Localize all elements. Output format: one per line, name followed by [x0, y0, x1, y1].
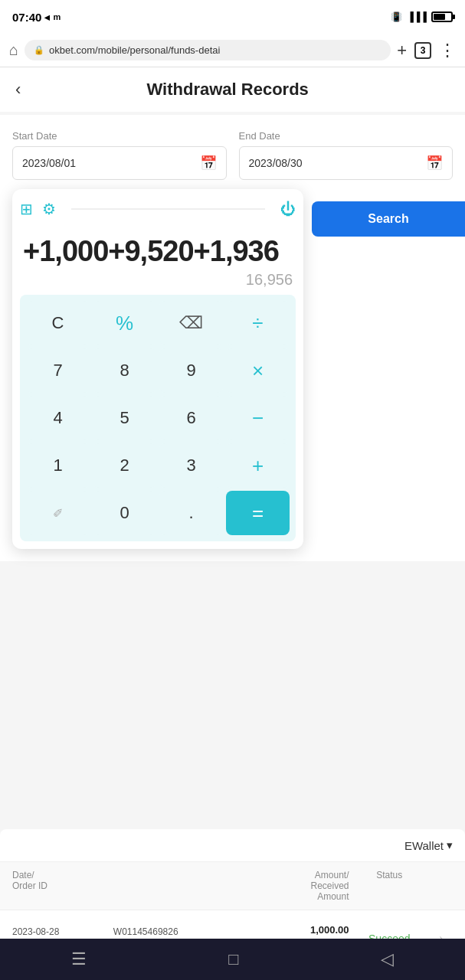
calc-minus-btn[interactable]: −	[226, 396, 290, 440]
time-text: 07:40	[12, 11, 41, 24]
calc-7-btn[interactable]: 7	[26, 348, 90, 393]
calc-buttons: C % ⌫ ÷ 7 8 9 × 4 5 6 − 1 2 3 + ✐	[20, 295, 296, 541]
calculator-overlay: ⊞ ⚙ ⏻ +1,000+9,520+1,936 16,956 C % ⌫ ÷ …	[12, 189, 453, 549]
calc-keyboard-btn[interactable]: ✐	[26, 491, 90, 535]
settings-icon[interactable]: ⚙	[42, 200, 56, 218]
calc-dot-btn[interactable]: .	[159, 491, 223, 535]
status-time: 07:40 ◂ m	[12, 11, 61, 24]
add-tab-icon[interactable]: +	[397, 41, 407, 60]
calc-expression: +1,000+9,520+1,936	[20, 227, 296, 271]
network-text: m	[53, 12, 61, 21]
end-date-value: 2023/08/30	[249, 157, 303, 169]
calc-multiply-btn[interactable]: ×	[226, 348, 290, 393]
end-date-input[interactable]: 2023/08/30 📅	[239, 146, 454, 180]
tab-count[interactable]: 3	[414, 42, 431, 59]
battery-icon	[431, 11, 453, 22]
calc-backspace-btn[interactable]: ⌫	[159, 301, 223, 345]
calc-clear-btn[interactable]: C	[26, 301, 90, 345]
calc-3-btn[interactable]: 3	[159, 443, 223, 488]
page-header: ‹ Withdrawal Records	[0, 67, 465, 112]
power-icon[interactable]: ⏻	[280, 201, 296, 218]
browser-bar: ⌂ 🔒 okbet.com/mobile/personal/funds-deta…	[0, 34, 465, 67]
calc-toolbar: ⊞ ⚙ ⏻	[20, 197, 296, 221]
start-date-value: 2023/08/01	[22, 157, 76, 169]
calc-5-btn[interactable]: 5	[93, 396, 156, 440]
back-button[interactable]: ‹	[15, 80, 21, 100]
calc-result: 16,956	[20, 271, 296, 295]
page-title: Withdrawal Records	[28, 80, 427, 100]
start-date-input[interactable]: 2023/08/01 📅	[12, 146, 227, 180]
col-date-header: Date/Order ID	[12, 870, 113, 902]
signal-bars-icon: ▐▐▐	[407, 11, 427, 22]
bottom-nav: ☰ □ ◁	[0, 939, 465, 980]
col-amount-header: Amount/ReceivedAmount	[248, 870, 349, 902]
lock-icon: 🔒	[34, 45, 44, 55]
menu-icon[interactable]: ☰	[71, 949, 87, 969]
ewallet-label: EWallet	[404, 839, 444, 852]
calc-6-btn[interactable]: 6	[159, 396, 223, 440]
calc-plus-btn[interactable]: +	[226, 443, 290, 488]
browser-actions: + 3 ⋮	[397, 41, 456, 60]
start-calendar-icon: 📅	[200, 155, 217, 172]
signal-icon: ◂	[44, 11, 50, 23]
calc-4-btn[interactable]: 4	[26, 396, 90, 440]
col-orderid-header	[113, 870, 248, 902]
back-nav-icon[interactable]: ◁	[381, 949, 394, 969]
calc-2-btn[interactable]: 2	[93, 443, 156, 488]
start-date-label: Start Date	[12, 130, 227, 142]
end-date-label: End Date	[239, 130, 454, 142]
ewallet-filter-bar: EWallet ▾	[0, 829, 465, 862]
calc-1-btn[interactable]: 1	[26, 443, 90, 488]
home-nav-icon[interactable]: □	[228, 949, 238, 969]
search-button[interactable]: Search	[312, 201, 465, 237]
toolbar-separator	[71, 208, 265, 210]
status-right-icons: 📳 ▐▐▐	[391, 11, 453, 22]
filter-section: Start Date 2023/08/01 📅 End Date 2023/08…	[0, 115, 465, 561]
table-header: Date/Order ID Amount/ReceivedAmount Stat…	[0, 862, 465, 910]
end-calendar-icon: 📅	[426, 155, 443, 172]
calc-equals-btn[interactable]: =	[226, 491, 290, 535]
calc-divide-btn[interactable]: ÷	[226, 301, 290, 345]
calc-percent-btn[interactable]: %	[93, 301, 156, 345]
calc-0-btn[interactable]: 0	[93, 491, 156, 535]
end-date-group: End Date 2023/08/30 📅	[239, 130, 454, 180]
more-icon[interactable]: ⋮	[439, 41, 456, 60]
calculator: ⊞ ⚙ ⏻ +1,000+9,520+1,936 16,956 C % ⌫ ÷ …	[12, 189, 303, 549]
date-row: Start Date 2023/08/01 📅 End Date 2023/08…	[12, 130, 453, 180]
calc-9-btn[interactable]: 9	[159, 348, 223, 393]
calc-8-btn[interactable]: 8	[93, 348, 156, 393]
ewallet-select[interactable]: EWallet ▾	[404, 838, 453, 852]
grid-icon[interactable]: ⊞	[20, 200, 33, 218]
home-icon[interactable]: ⌂	[9, 41, 18, 59]
start-date-group: Start Date 2023/08/01 📅	[12, 130, 227, 180]
dropdown-icon: ▾	[447, 838, 453, 852]
col-status-header: Status	[349, 870, 430, 902]
col-arrow-header	[430, 870, 453, 902]
status-bar: 07:40 ◂ m 📳 ▐▐▐	[0, 0, 465, 34]
url-text: okbet.com/mobile/personal/funds-detai	[49, 44, 220, 56]
vibrate-icon: 📳	[391, 11, 402, 22]
url-bar[interactable]: 🔒 okbet.com/mobile/personal/funds-detai	[25, 40, 391, 60]
